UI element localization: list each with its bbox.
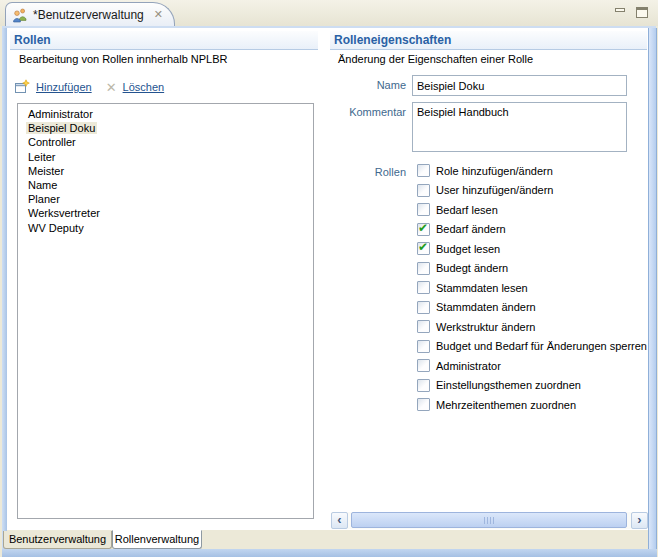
checkbox-label: Werkstruktur ändern (436, 321, 535, 333)
editor-tab-benutzerverwaltung[interactable]: *Benutzerverwaltung ✕ (5, 2, 175, 26)
permission-row: Budegt ändern (417, 259, 647, 279)
role-properties-section-title: Rolleneigenschaften (334, 33, 451, 47)
list-item[interactable]: Meister (18, 164, 313, 178)
list-item[interactable]: Name (18, 178, 313, 192)
tab-benutzerverwaltung[interactable]: Benutzerverwaltung (3, 531, 112, 549)
checkbox[interactable] (417, 184, 430, 197)
maximize-icon[interactable] (636, 7, 648, 18)
permission-row: Budget und Bedarf für Änderungen sperren (417, 337, 647, 357)
minimize-icon[interactable] (615, 8, 625, 12)
checkbox-label: Administrator (436, 360, 501, 372)
close-icon[interactable]: ✕ (154, 9, 163, 20)
role-properties-subtitle: Änderung der Eigenschaften einer Rolle (338, 53, 533, 65)
horizontal-scrollbar[interactable]: ‹ › (331, 512, 648, 529)
name-label: Name (330, 79, 406, 91)
scroll-left-icon[interactable]: ‹ (331, 512, 348, 529)
checkbox-label: Bedarf lesen (436, 204, 498, 216)
permission-row: Administrator (417, 356, 647, 376)
permission-row: Role hinzufügen/ändern (417, 161, 647, 181)
permission-row: Einstellungsthemen zuordnen (417, 376, 647, 396)
list-item[interactable]: Beispiel Doku (18, 121, 313, 135)
editor-tab-title: *Benutzerverwaltung (33, 8, 144, 22)
permission-row: Mehrzeitenthemen zuordnen (417, 395, 647, 415)
checkbox-label: Stammdaten lesen (436, 282, 528, 294)
list-item[interactable]: Administrator (18, 107, 313, 121)
view-window-buttons (615, 7, 648, 18)
checkbox[interactable] (417, 223, 430, 236)
delete-role-link[interactable]: Löschen (123, 81, 165, 93)
permission-row: Werkstruktur ändern (417, 317, 647, 337)
checkbox[interactable] (417, 164, 430, 177)
checkbox[interactable] (417, 262, 430, 275)
permissions-label: Rollen (330, 166, 406, 178)
comment-textarea[interactable]: Beispiel Handbuch (412, 102, 627, 152)
list-item[interactable]: Leiter (18, 150, 313, 164)
checkbox[interactable] (417, 379, 430, 392)
checkbox-label: Stammdaten ändern (436, 301, 536, 313)
checkbox[interactable] (417, 203, 430, 216)
checkbox-label: Budegt ändern (436, 262, 508, 274)
checkbox[interactable] (417, 281, 430, 294)
checkbox[interactable] (417, 398, 430, 411)
roles-section-subtitle: Bearbeitung von Rollen innherhalb NPLBR (19, 53, 228, 65)
roles-toolbar: Hinzufügen ✕ Löschen (14, 78, 164, 96)
list-item[interactable]: Werksvertreter (18, 206, 313, 220)
add-role-link[interactable]: Hinzufügen (36, 81, 92, 93)
checkbox[interactable] (417, 340, 430, 353)
roles-section-title: Rollen (14, 33, 51, 47)
permission-row: Stammdaten ändern (417, 298, 647, 318)
checkbox[interactable] (417, 359, 430, 372)
scroll-right-icon[interactable]: › (631, 512, 648, 529)
role-properties-section-header: Rolleneigenschaften (330, 31, 647, 50)
checkbox[interactable] (417, 301, 430, 314)
name-input[interactable] (412, 75, 627, 96)
permission-row: Stammdaten lesen (417, 278, 647, 298)
delete-x-icon[interactable]: ✕ (106, 81, 117, 94)
permissions-list: Role hinzufügen/ändern User hinzufügen/ä… (417, 161, 647, 415)
list-item[interactable]: Planer (18, 192, 313, 206)
horizontal-scrollbar-thumb[interactable] (351, 512, 627, 528)
checkbox-label: Role hinzufügen/ändern (436, 165, 553, 177)
vertical-scrollbar[interactable] (648, 28, 657, 549)
comment-label: Kommentar (330, 106, 406, 118)
roles-list[interactable]: Administrator Beispiel Doku Controller L… (17, 103, 314, 519)
permission-row: User hinzufügen/ändern (417, 181, 647, 201)
checkbox-label: Einstellungsthemen zuordnen (436, 379, 581, 391)
checkbox[interactable] (417, 242, 430, 255)
checkbox-label: User hinzufügen/ändern (436, 184, 553, 196)
editor-tab-bar: *Benutzerverwaltung ✕ (0, 0, 658, 26)
permission-row: Budget lesen (417, 239, 647, 259)
checkbox-label: Bedarf ändern (436, 223, 506, 235)
checkbox-label: Budget lesen (436, 243, 500, 255)
roles-section-header: Rollen (10, 31, 318, 50)
checkbox-label: Budget und Bedarf für Änderungen sperren (436, 340, 647, 352)
checkbox[interactable] (417, 320, 430, 333)
list-item[interactable]: WV Deputy (18, 221, 313, 235)
editor-frame-bottom-border (2, 549, 657, 557)
users-icon (12, 7, 28, 23)
list-item[interactable]: Controller (18, 135, 313, 149)
new-item-icon[interactable] (14, 79, 30, 95)
permission-row: Bedarf lesen (417, 200, 647, 220)
tab-rollenverwaltung[interactable]: Rollenverwaltung (112, 530, 202, 549)
permission-row: Bedarf ändern (417, 220, 647, 240)
checkbox-label: Mehrzeitenthemen zuordnen (436, 399, 576, 411)
